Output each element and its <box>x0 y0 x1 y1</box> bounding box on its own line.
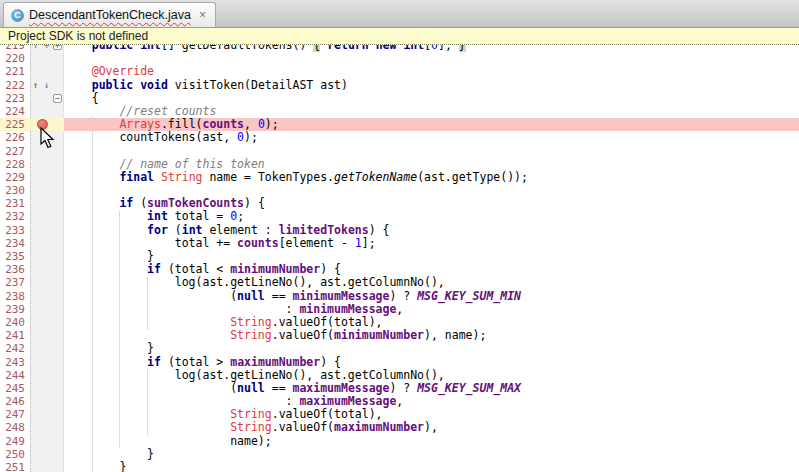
editor-tab-bar: C DescendantTokenCheck.java × <box>0 0 799 28</box>
code-text[interactable] <box>64 52 799 65</box>
gutter-cell[interactable] <box>30 356 64 369</box>
gutter-cell[interactable] <box>30 316 64 329</box>
mouse-cursor <box>40 127 56 149</box>
line-number: 238 <box>0 290 30 303</box>
line-number: 245 <box>0 382 30 395</box>
line-number: 231 <box>0 197 30 210</box>
fold-marker-icon[interactable]: − <box>53 94 62 103</box>
line-number: 249 <box>0 435 30 448</box>
gutter-cell[interactable] <box>30 435 64 448</box>
code-lines: 219↑++ public int[] getDefaultTokens() {… <box>0 39 799 472</box>
gutter-cell[interactable] <box>30 224 64 237</box>
gutter-cell[interactable] <box>30 263 64 276</box>
line-number: 220 <box>0 52 30 65</box>
gutter-cell[interactable] <box>30 421 64 434</box>
line-number: 221 <box>0 65 30 78</box>
gutter-cell[interactable] <box>30 461 64 472</box>
tab-label: DescendantTokenCheck.java <box>29 8 191 22</box>
line-number: 235 <box>0 250 30 263</box>
line-number: 234 <box>0 237 30 250</box>
line-number: 250 <box>0 448 30 461</box>
gutter-cell[interactable] <box>30 408 64 421</box>
gutter-cell[interactable] <box>30 197 64 210</box>
gutter-cell[interactable] <box>30 237 64 250</box>
line-number: 226 <box>0 131 30 144</box>
line-number: 224 <box>0 105 30 118</box>
line-number: 223 <box>0 92 30 105</box>
gutter-cell[interactable] <box>30 65 64 78</box>
gutter-cell[interactable]: ↑↓ <box>30 79 64 92</box>
overridden-down-icon[interactable]: ↓ <box>44 79 49 92</box>
line-number: 225 <box>0 118 30 131</box>
line-number: 243 <box>0 356 30 369</box>
gutter-cell[interactable]: − <box>30 92 64 105</box>
banner-text: Project SDK is not defined <box>8 29 148 43</box>
gutter-cell[interactable] <box>30 382 64 395</box>
line-number: 246 <box>0 395 30 408</box>
gutter-cell[interactable] <box>30 369 64 382</box>
gutter-cell[interactable] <box>30 290 64 303</box>
line-number: 241 <box>0 329 30 342</box>
code-text[interactable]: final String name = TokenTypes.getTokenN… <box>64 171 799 184</box>
line-number: 228 <box>0 158 30 171</box>
sdk-warning-banner[interactable]: Project SDK is not defined <box>0 28 799 45</box>
gutter-cell[interactable] <box>30 276 64 289</box>
line-number: 239 <box>0 303 30 316</box>
line-number: 229 <box>0 171 30 184</box>
gutter-cell[interactable] <box>30 184 64 197</box>
code-text[interactable]: } <box>64 461 799 472</box>
code-line[interactable]: 229 final String name = TokenTypes.getTo… <box>0 171 799 184</box>
ide-window: 219↑++ public int[] getDefaultTokens() {… <box>0 0 799 472</box>
line-number: 232 <box>0 210 30 223</box>
code-text[interactable]: total += counts[element - 1]; <box>64 237 799 250</box>
code-editor[interactable]: 219↑++ public int[] getDefaultTokens() {… <box>0 28 799 472</box>
code-line[interactable]: 251 } <box>0 461 799 472</box>
gutter-cell[interactable] <box>30 171 64 184</box>
java-class-icon: C <box>11 9 24 22</box>
gutter-cell[interactable] <box>30 105 64 118</box>
code-text[interactable]: } <box>64 448 799 461</box>
gutter-cell[interactable] <box>30 158 64 171</box>
line-number: 236 <box>0 263 30 276</box>
code-text[interactable]: public void visitToken(DetailAST ast) <box>64 79 799 92</box>
line-number: 222 <box>0 79 30 92</box>
line-number: 237 <box>0 276 30 289</box>
code-text[interactable]: String.valueOf(minimumNumber), name); <box>64 329 799 342</box>
gutter-cell[interactable] <box>30 52 64 65</box>
line-number: 244 <box>0 369 30 382</box>
gutter-cell[interactable] <box>30 303 64 316</box>
gutter-cell[interactable] <box>30 210 64 223</box>
line-number: 233 <box>0 224 30 237</box>
line-number: 251 <box>0 461 30 472</box>
gutter-cell[interactable] <box>30 342 64 355</box>
close-icon[interactable]: × <box>199 9 206 21</box>
code-line[interactable]: 226 countTokens(ast, 0); <box>0 131 799 144</box>
gutter-cell[interactable] <box>30 448 64 461</box>
override-up-icon[interactable]: ↑ <box>33 79 38 92</box>
gutter-cell[interactable] <box>30 395 64 408</box>
code-line[interactable]: 222↑↓ public void visitToken(DetailAST a… <box>0 79 799 92</box>
tab-descendant-token-check[interactable]: C DescendantTokenCheck.java × <box>3 2 216 27</box>
line-number: 227 <box>0 145 30 158</box>
line-number: 247 <box>0 408 30 421</box>
code-text[interactable]: name); <box>64 435 799 448</box>
gutter-cell[interactable] <box>30 329 64 342</box>
line-number: 240 <box>0 316 30 329</box>
line-number: 242 <box>0 342 30 355</box>
line-number: 230 <box>0 184 30 197</box>
line-number: 248 <box>0 421 30 434</box>
code-text[interactable]: countTokens(ast, 0); <box>64 131 799 144</box>
gutter-cell[interactable] <box>30 250 64 263</box>
